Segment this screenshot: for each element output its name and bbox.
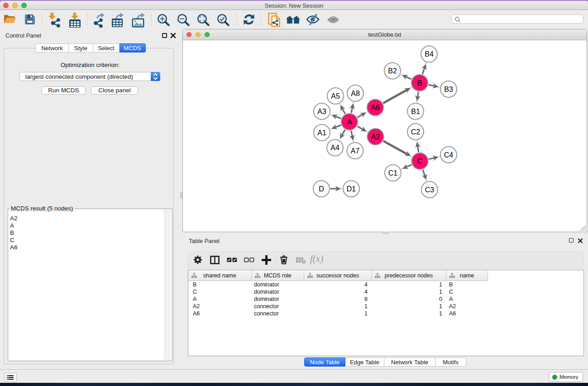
svg-text:B4: B4	[425, 50, 434, 58]
svg-text:B3: B3	[444, 86, 453, 93]
svg-text:A8: A8	[351, 90, 360, 97]
svg-text:A4: A4	[330, 144, 339, 152]
svg-text:A: A	[347, 118, 352, 126]
svg-text:A5: A5	[331, 92, 340, 100]
svg-text:D1: D1	[347, 185, 356, 193]
svg-text:B1: B1	[411, 108, 420, 115]
svg-text:C4: C4	[444, 151, 454, 159]
svg-text:A7: A7	[351, 147, 360, 155]
svg-text:C3: C3	[425, 186, 435, 194]
svg-text:A3: A3	[317, 108, 326, 115]
svg-text:D: D	[319, 185, 324, 193]
svg-text:C1: C1	[388, 169, 398, 177]
svg-text:C2: C2	[411, 128, 421, 136]
svg-text:A2: A2	[371, 133, 380, 141]
svg-text:C: C	[417, 157, 423, 165]
svg-text:B: B	[417, 79, 422, 87]
svg-text:A1: A1	[317, 129, 326, 137]
svg-text:A6: A6	[371, 104, 380, 111]
svg-text:B2: B2	[388, 67, 397, 75]
